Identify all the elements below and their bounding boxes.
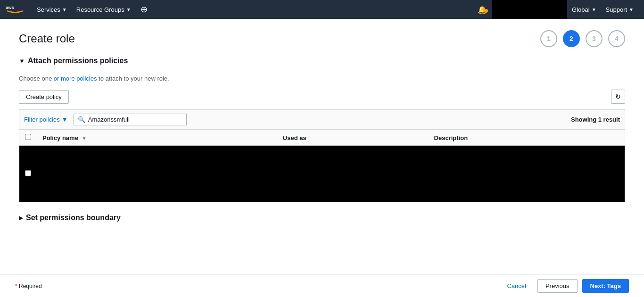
- cancel-button[interactable]: Cancel: [500, 280, 532, 292]
- required-note: * Required: [15, 283, 42, 289]
- filter-caret-icon: ▼: [62, 116, 68, 123]
- create-policy-button[interactable]: Create policy: [19, 90, 69, 104]
- row-checkbox-cell[interactable]: [19, 146, 37, 202]
- set-permissions-header[interactable]: ▶ Set permissions boundary: [19, 214, 625, 222]
- table-header-row: Policy name ▼ Used as Description: [19, 130, 625, 146]
- desc-post: to attach to your new role.: [97, 75, 169, 82]
- description-col-header: Description: [429, 130, 625, 146]
- section-collapse-icon[interactable]: ▼: [19, 58, 25, 65]
- policy-name-col-header[interactable]: Policy name ▼: [37, 130, 277, 146]
- pin-icon[interactable]: ⊕: [136, 4, 152, 15]
- step-2[interactable]: 2: [563, 30, 580, 47]
- support-nav[interactable]: Support ▼: [601, 0, 638, 19]
- desc-pre: Choose one: [19, 75, 54, 82]
- filter-row: Filter policies ▼ 🔍 Showing 1 result: [19, 109, 625, 130]
- svg-text:aws: aws: [6, 5, 14, 10]
- filter-policies-label: Filter policies: [24, 116, 60, 123]
- refresh-button[interactable]: ↻: [611, 90, 625, 104]
- bell-dot: [484, 9, 488, 13]
- table-row: [19, 146, 625, 202]
- search-box: 🔍: [74, 114, 187, 125]
- top-nav: aws Services ▼ Resource Groups ▼ ⊕ 🔔 Glo…: [0, 0, 644, 19]
- resource-groups-label: Resource Groups: [76, 6, 124, 13]
- filter-policies-button[interactable]: Filter policies ▼: [24, 116, 68, 123]
- region-caret-icon: ▼: [592, 7, 596, 12]
- showing-result: Showing 1 result: [571, 116, 620, 123]
- resource-groups-nav[interactable]: Resource Groups ▼: [72, 0, 136, 19]
- row-description-cell: [429, 146, 625, 202]
- attach-section-desc: Choose one or more policies to attach to…: [19, 75, 625, 82]
- bell-icon[interactable]: 🔔: [473, 5, 492, 14]
- page-title-row: Create role 1 2 3 4: [19, 30, 625, 47]
- row-checkbox[interactable]: [25, 170, 31, 176]
- used-as-col-header: Used as: [277, 130, 429, 146]
- select-all-checkbox[interactable]: [25, 134, 31, 140]
- step-4[interactable]: 4: [608, 30, 625, 47]
- set-permissions-title: Set permissions boundary: [26, 214, 121, 222]
- page-title: Create role: [19, 32, 75, 45]
- aws-logo[interactable]: aws: [6, 4, 25, 15]
- attach-section-header: ▼ Attach permissions policies: [19, 57, 625, 71]
- used-as-label: Used as: [283, 134, 306, 141]
- support-label: Support: [606, 6, 627, 13]
- policy-table: Policy name ▼ Used as Description: [19, 130, 625, 202]
- step-indicators: 1 2 3 4: [540, 30, 625, 47]
- row-policy-name-cell: [37, 146, 277, 202]
- search-input[interactable]: [88, 116, 173, 123]
- attach-section-title: Attach permissions policies: [28, 57, 128, 65]
- refresh-icon: ↻: [615, 93, 621, 100]
- footer-actions: Cancel Previous Next: Tags: [500, 279, 629, 293]
- services-caret-icon: ▼: [62, 7, 67, 12]
- region-nav[interactable]: Global ▼: [567, 0, 601, 19]
- services-nav[interactable]: Services ▼: [32, 0, 72, 19]
- resource-groups-caret-icon: ▼: [126, 7, 131, 12]
- footer-bar: * Required Cancel Previous Next: Tags: [0, 274, 644, 297]
- previous-button[interactable]: Previous: [537, 279, 578, 293]
- set-permissions-toggle-icon: ▶: [19, 214, 23, 221]
- region-label: Global: [572, 6, 590, 13]
- services-label: Services: [37, 6, 60, 13]
- search-icon: 🔍: [78, 116, 85, 123]
- step-1[interactable]: 1: [540, 30, 557, 47]
- checkbox-col-header: [19, 130, 37, 146]
- main-content: Create role 1 2 3 4 ▼ Attach permissions…: [0, 19, 644, 297]
- support-caret-icon: ▼: [629, 7, 634, 12]
- sort-icon: ▼: [82, 136, 87, 141]
- set-permissions-section: ▶ Set permissions boundary: [19, 214, 625, 233]
- policy-name-label: Policy name: [42, 134, 78, 141]
- step-3[interactable]: 3: [586, 30, 603, 47]
- nav-right: 🔔 Global ▼ Support ▼: [473, 0, 638, 19]
- description-label: Description: [434, 134, 468, 141]
- row-used-as-cell: [277, 146, 429, 202]
- next-tags-button[interactable]: Next: Tags: [582, 279, 629, 293]
- toolbar-row: Create policy ↻: [19, 90, 625, 104]
- or-more-policies-link[interactable]: or more policies: [54, 75, 97, 82]
- account-nav[interactable]: [492, 0, 567, 19]
